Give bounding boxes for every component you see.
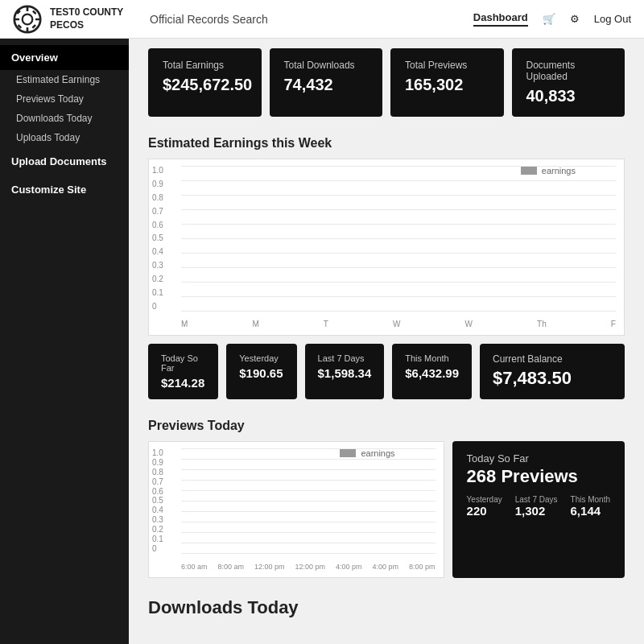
earnings-7days: Last 7 Days $1,598.34 (305, 344, 385, 399)
main-content: Overview Total Earnings $245,672.50 Tota… (129, 0, 644, 634)
previews-month: This Month 6,144 (571, 495, 610, 518)
svg-rect-4 (15, 18, 19, 20)
cart-icon[interactable]: 🛒 (543, 13, 555, 25)
previews-yesterday: Yesterday 220 (467, 495, 502, 518)
stat-total-previews: Total Previews 165,302 (390, 48, 504, 117)
logo-text: TEST0 COUNTY PECOS (50, 6, 123, 31)
stat-value-3: 40,833 (526, 87, 611, 105)
earnings-chart-section: Estimated Earnings this Week earnings 1.… (148, 136, 625, 399)
svg-rect-5 (35, 18, 39, 20)
previews-section: Previews Today earnings 1.0 0.9 0.8 0.7 … (148, 419, 625, 578)
gear-icon (13, 5, 42, 34)
earnings-month-label: This Month (405, 353, 459, 363)
previews-sub-stats: Yesterday 220 Last 7 Days 1,302 This Mon… (467, 495, 610, 518)
earnings-chart-title: Estimated Earnings this Week (148, 136, 625, 151)
earnings-today: Today So Far $214.28 (148, 344, 218, 399)
site-title: Official Records Search (150, 13, 268, 26)
svg-point-1 (23, 14, 33, 24)
previews-grid (181, 448, 436, 553)
logo-area: TEST0 COUNTY PECOS (13, 5, 142, 34)
header: TEST0 COUNTY PECOS Official Records Sear… (0, 0, 644, 39)
sidebar-uploads-today[interactable]: Uploads Today (0, 128, 129, 147)
stats-row: Total Earnings $245,672.50 Total Downloa… (148, 48, 625, 117)
earnings-yesterday-value: $190.65 (239, 366, 283, 380)
stat-value-1: 74,432 (284, 76, 369, 94)
stat-label-2: Total Previews (405, 60, 489, 71)
stat-value-0: $245,672.50 (163, 76, 247, 94)
previews-stat-card: Today So Far 268 Previews Yesterday 220 … (452, 441, 625, 578)
dashboard-link[interactable]: Dashboard (473, 11, 528, 27)
previews-chart-area: earnings 1.0 0.9 0.8 0.7 0.6 0.5 0.4 0.3… (148, 441, 444, 578)
earnings-7days-value: $1,598.34 (318, 366, 372, 380)
nav-right: Dashboard 🛒 ⚙ Log Out (473, 11, 631, 27)
earnings-chart-area: earnings 1.0 0.9 0.8 0.7 0.6 0.5 0.4 0.3… (148, 159, 625, 336)
svg-rect-3 (27, 27, 29, 31)
y-axis: 1.0 0.9 0.8 0.7 0.6 0.5 0.4 0.3 0.2 0.1 … (152, 166, 163, 311)
earnings-yesterday-label: Yesterday (239, 353, 283, 363)
settings-icon[interactable]: ⚙ (570, 13, 580, 25)
previews-x-axis: 6:00 am 8:00 am 12:00 pm 12:00 pm 4:00 p… (181, 563, 436, 571)
previews-title: Previews Today (148, 419, 625, 433)
stat-total-earnings: Total Earnings $245,672.50 (148, 48, 262, 117)
sidebar-overview[interactable]: Overview (0, 45, 129, 70)
earnings-7days-label: Last 7 Days (318, 353, 372, 363)
downloads-title: Downloads Today (148, 597, 625, 618)
logout-button[interactable]: Log Out (594, 13, 631, 25)
stat-label-1: Total Downloads (284, 60, 369, 71)
current-balance-card: Current Balance $7,483.50 (480, 344, 625, 399)
sidebar-previews-today[interactable]: Previews Today (0, 89, 129, 109)
sidebar-customize-site[interactable]: Customize Site (0, 175, 129, 204)
earnings-today-value: $214.28 (161, 376, 205, 390)
previews-today-value: 268 Previews (467, 466, 610, 487)
stat-documents-uploaded: Documents Uploaded 40,833 (512, 48, 625, 117)
previews-row: earnings 1.0 0.9 0.8 0.7 0.6 0.5 0.4 0.3… (148, 441, 625, 578)
stat-label-0: Total Earnings (163, 60, 247, 71)
x-axis-earnings: M M T W W Th F (181, 320, 616, 328)
chart-grid (181, 166, 616, 311)
sidebar-upload-documents[interactable]: Upload Documents (0, 147, 129, 175)
stat-label-3: Documents Uploaded (526, 60, 611, 82)
previews-7days: Last 7 Days 1,302 (515, 495, 558, 518)
sidebar-downloads-today[interactable]: Downloads Today (0, 109, 129, 128)
svg-rect-2 (27, 6, 29, 10)
stat-total-downloads: Total Downloads 74,432 (270, 48, 383, 117)
earnings-today-label: Today So Far (161, 353, 205, 373)
stat-value-2: 165,302 (405, 76, 489, 94)
balance-value: $7,483.50 (493, 368, 612, 389)
earnings-yesterday: Yesterday $190.65 (226, 344, 296, 399)
earnings-summary-row: Today So Far $214.28 Yesterday $190.65 L… (148, 344, 625, 399)
balance-label: Current Balance (493, 353, 612, 365)
previews-y-axis: 1.0 0.9 0.8 0.7 0.6 0.5 0.4 0.3 0.2 0.1 … (152, 448, 163, 553)
sidebar: Overview Estimated Earnings Previews Tod… (0, 39, 129, 634)
previews-today-label: Today So Far (467, 452, 610, 464)
earnings-month-value: $6,432.99 (405, 366, 459, 380)
sidebar-estimated-earnings[interactable]: Estimated Earnings (0, 70, 129, 89)
earnings-month: This Month $6,432.99 (392, 344, 472, 399)
